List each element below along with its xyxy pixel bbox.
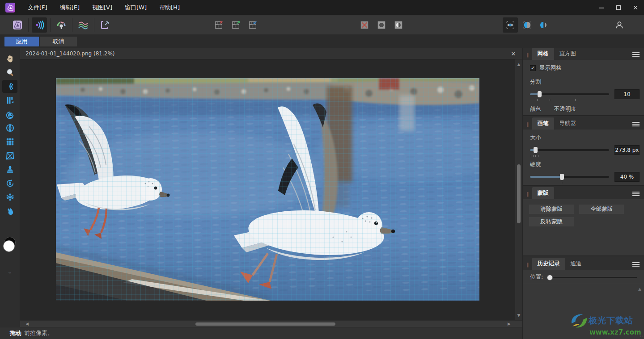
hardness-value[interactable]: 40 %: [614, 172, 640, 182]
tab-grid[interactable]: 网格: [532, 48, 554, 60]
mirror-view-button[interactable]: [537, 17, 552, 33]
tab-channels[interactable]: 通道: [565, 258, 587, 270]
pan-tool-button[interactable]: [2, 52, 17, 65]
hardness-slider-handle[interactable]: [560, 174, 564, 180]
tab-close-icon[interactable]: ✕: [509, 50, 518, 57]
history-scroll-up-icon[interactable]: ▲: [638, 287, 641, 291]
history-position-slider[interactable]: [548, 274, 637, 280]
liquify-persona-button[interactable]: [32, 17, 47, 33]
panel-menu-icon[interactable]: [632, 261, 640, 268]
mask-split-button[interactable]: [391, 17, 406, 33]
twirl-tool-button[interactable]: [2, 108, 17, 121]
divisions-slider[interactable]: [530, 91, 609, 97]
turbulence-tool-button[interactable]: [2, 135, 17, 148]
mask-off-button[interactable]: [357, 17, 372, 33]
preview-toggle-button[interactable]: [503, 17, 518, 33]
mask-panel: ‖ 蒙版 清除蒙版 全部蒙版 反转蒙版: [523, 186, 644, 256]
tone-mapping-persona-button[interactable]: [76, 17, 91, 33]
photo-persona-button[interactable]: [10, 17, 25, 33]
resize-grip-icon[interactable]: ∷: [640, 334, 643, 338]
reconstruct-tool-button[interactable]: [2, 177, 17, 190]
menu-window[interactable]: 窗口[W]: [119, 0, 153, 15]
split-view-button[interactable]: [520, 17, 535, 33]
panel-grip-icon[interactable]: ‖: [526, 191, 530, 197]
minimize-button[interactable]: [593, 0, 610, 15]
document-tab[interactable]: 2024-01-01_144020.png (81.2%) ✕: [20, 48, 522, 59]
mask-panel-header: ‖ 蒙版: [523, 186, 644, 199]
toolbar-separator: [50, 18, 51, 32]
account-button[interactable]: [612, 17, 627, 33]
swap-colors-icon[interactable]: ⌣: [8, 270, 12, 275]
tab-brush[interactable]: 画笔: [532, 117, 554, 130]
horizontal-scroll-thumb[interactable]: [195, 322, 335, 326]
push-left-icon: [5, 96, 15, 105]
close-button[interactable]: [627, 0, 644, 15]
mask-show-button[interactable]: [374, 17, 389, 33]
tab-mask[interactable]: 蒙版: [532, 187, 554, 199]
panel-menu-icon[interactable]: [632, 191, 640, 197]
export-persona-button[interactable]: [97, 17, 113, 33]
panel-grip-icon[interactable]: ‖: [526, 121, 530, 127]
tab-history[interactable]: 历史记录: [532, 258, 565, 270]
reconstruct-icon: [5, 179, 15, 188]
canvas-viewport[interactable]: ▲ ▼: [20, 59, 522, 320]
hardness-slider[interactable]: [530, 174, 609, 180]
slider-ticks: [530, 182, 609, 184]
push-forward-tool-button[interactable]: [2, 80, 17, 93]
mesh-clone-tool-button[interactable]: [2, 149, 17, 162]
titlebar: 文件[F] 编辑[E] 视图[V] 窗口[W] 帮助[H]: [0, 0, 644, 15]
scroll-left-icon[interactable]: ◀: [25, 321, 29, 327]
mask-all-button[interactable]: 全部蒙版: [579, 205, 624, 214]
develop-persona-button[interactable]: [54, 17, 69, 33]
load-mesh-button[interactable]: [245, 17, 260, 33]
menu-edit[interactable]: 编辑[E]: [54, 0, 86, 15]
tab-histogram[interactable]: 直方图: [554, 48, 582, 60]
history-list[interactable]: ▲: [523, 283, 644, 339]
push-left-tool-button[interactable]: [2, 94, 17, 107]
grid-panel-header: ‖ 网格 直方图: [523, 48, 644, 60]
cancel-button[interactable]: 取消: [40, 37, 77, 46]
history-panel-header: ‖ 历史记录 通道: [523, 256, 644, 270]
scroll-up-icon[interactable]: ▲: [515, 62, 522, 67]
grid-panel: ‖ 网格 直方图 ✓ 显示网格 分割: [523, 48, 644, 116]
hardness-label: 硬度: [530, 161, 640, 168]
affinity-logo-icon: [5, 3, 15, 13]
menu-help[interactable]: 帮助[H]: [153, 0, 186, 15]
size-value[interactable]: 273.8 px: [614, 145, 640, 155]
size-slider[interactable]: [530, 147, 609, 153]
panel-grip-icon[interactable]: ‖: [526, 262, 530, 268]
vertical-scrollbar[interactable]: ▲ ▼: [515, 59, 522, 320]
photo-image[interactable]: [56, 78, 479, 301]
toolbar-separator: [94, 18, 94, 32]
stamp-tool-button[interactable]: [2, 163, 17, 176]
clear-mask-button[interactable]: 清除蒙版: [529, 205, 574, 214]
clear-mesh-button[interactable]: [211, 17, 226, 33]
scroll-right-icon[interactable]: ▶: [508, 321, 511, 327]
hand-icon: [5, 54, 15, 63]
menu-file[interactable]: 文件[F]: [21, 0, 54, 15]
tab-navigator[interactable]: 导航器: [554, 117, 582, 130]
size-slider-handle[interactable]: [534, 147, 538, 153]
menu-view[interactable]: 视图[V]: [86, 0, 119, 15]
history-position-handle[interactable]: [547, 275, 553, 280]
vertical-scroll-thumb[interactable]: [517, 164, 521, 223]
divisions-value[interactable]: 10: [614, 89, 640, 99]
panel-grip-icon[interactable]: ‖: [526, 52, 530, 58]
foreground-color-swatch[interactable]: [3, 240, 15, 252]
divisions-slider-handle[interactable]: [538, 91, 542, 97]
color-swatches[interactable]: [2, 237, 17, 252]
panel-menu-icon[interactable]: [632, 121, 640, 127]
zoom-tool-button[interactable]: [2, 66, 17, 79]
apply-button[interactable]: 应用: [4, 37, 39, 46]
thaw-tool-button[interactable]: [2, 205, 17, 218]
scroll-down-icon[interactable]: ▼: [515, 313, 522, 318]
horizontal-scrollbar[interactable]: ◀ ▶: [20, 320, 522, 327]
apply-bar: 应用 取消: [0, 34, 644, 48]
invert-mask-button[interactable]: 反转蒙版: [529, 217, 574, 226]
panel-menu-icon[interactable]: [632, 51, 640, 58]
show-grid-checkbox[interactable]: ✓: [530, 65, 536, 71]
freeze-tool-button[interactable]: [2, 191, 17, 204]
maximize-button[interactable]: [610, 0, 627, 15]
pinch-tool-button[interactable]: [2, 121, 17, 134]
save-mesh-button[interactable]: [228, 17, 243, 33]
